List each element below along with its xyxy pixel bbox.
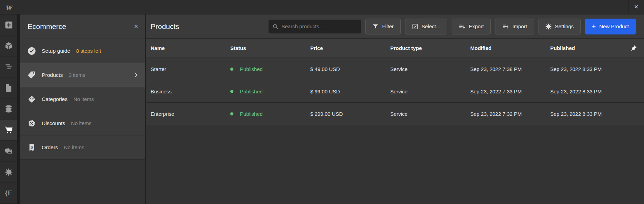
column-header-modified[interactable]: Modified bbox=[470, 45, 550, 51]
table-row[interactable]: Starter Published $ 49.00 USD Service Se… bbox=[146, 58, 644, 80]
panel-item-meta: No items bbox=[64, 144, 84, 150]
cell-price: $ 49.00 USD bbox=[310, 66, 390, 72]
ecommerce-panel: Ecommerce × Setup guide 8 steps left Pro… bbox=[20, 14, 146, 204]
cell-product-type: Service bbox=[390, 66, 470, 72]
panel-item-label: Categories bbox=[42, 96, 68, 102]
check-circle-icon bbox=[28, 47, 36, 55]
search-input[interactable] bbox=[281, 23, 357, 29]
status-dot-icon bbox=[230, 90, 233, 93]
column-header-price[interactable]: Price bbox=[310, 45, 390, 51]
ecommerce-panel-header: Ecommerce × bbox=[20, 14, 145, 39]
cell-name: Business bbox=[151, 89, 230, 94]
panel-item-discounts[interactable]: Discounts No items bbox=[20, 111, 145, 135]
button-label: Select... bbox=[422, 23, 440, 29]
table-row[interactable]: Enterprise Published $ 299.00 USD Servic… bbox=[146, 103, 644, 125]
button-label: Import bbox=[512, 23, 527, 29]
panel-item-categories[interactable]: Categories No items bbox=[20, 87, 145, 111]
panel-item-label: Discounts bbox=[42, 120, 65, 126]
sidebar-item-brace-f[interactable]: {F bbox=[0, 183, 17, 204]
navigator-lines-icon bbox=[4, 63, 13, 71]
panel-item-label: Orders bbox=[42, 144, 58, 151]
new-product-button[interactable]: + New Product bbox=[585, 19, 636, 34]
filter-button[interactable]: Filter bbox=[365, 19, 400, 34]
table-header-row: Name Status Price Product type Modified … bbox=[146, 39, 644, 58]
receipt-dollar-icon: $ bbox=[28, 143, 36, 152]
status-label: Published bbox=[240, 89, 263, 94]
close-window-button[interactable]: × bbox=[628, 0, 644, 14]
settings-button[interactable]: Settings bbox=[539, 19, 581, 34]
search-box bbox=[269, 20, 361, 33]
panel-item-label: Setup guide bbox=[42, 48, 70, 54]
products-toolbar: Products Filter Select... Export bbox=[146, 14, 644, 39]
search-icon bbox=[272, 23, 279, 30]
sidebar-item-cms[interactable] bbox=[0, 99, 17, 120]
products-main-area: Products Filter Select... Export bbox=[146, 14, 644, 204]
column-header-name[interactable]: Name bbox=[151, 45, 230, 51]
export-button[interactable]: Export bbox=[452, 19, 491, 34]
cell-published: Sep 23, 2022 8:33 PM bbox=[550, 89, 623, 94]
sidebar-item-navigator[interactable] bbox=[0, 57, 17, 78]
cell-product-type: Service bbox=[390, 111, 470, 117]
chevron-right-icon bbox=[133, 72, 139, 78]
page-title: Products bbox=[151, 22, 179, 31]
top-bar: w × bbox=[0, 0, 644, 14]
column-header-published[interactable]: Published bbox=[550, 45, 623, 51]
import-icon bbox=[502, 23, 509, 30]
panel-title: Ecommerce bbox=[28, 22, 66, 31]
button-label: Export bbox=[469, 23, 484, 29]
sidebar-item-add[interactable] bbox=[0, 14, 17, 35]
panel-item-orders[interactable]: $ Orders No items bbox=[20, 135, 145, 160]
tag-icon bbox=[28, 71, 36, 79]
column-header-status[interactable]: Status bbox=[230, 45, 310, 51]
cell-modified: Sep 23, 2022 7:33 PM bbox=[470, 89, 550, 94]
gem-box-icon bbox=[28, 95, 36, 103]
status-dot-icon bbox=[230, 112, 233, 115]
cell-status: Published bbox=[230, 66, 310, 72]
sidebar-item-settings[interactable] bbox=[0, 162, 17, 183]
sidebar-item-components[interactable] bbox=[0, 35, 17, 57]
table-row[interactable]: Business Published $ 99.00 USD Service S… bbox=[146, 80, 644, 103]
checkbox-icon bbox=[412, 23, 418, 30]
select-button[interactable]: Select... bbox=[405, 19, 447, 34]
cell-product-type: Service bbox=[390, 89, 470, 94]
button-label: New Product bbox=[599, 23, 629, 29]
cart-icon bbox=[4, 126, 13, 134]
button-label: Filter bbox=[382, 23, 393, 29]
cell-name: Starter bbox=[151, 66, 230, 72]
sidebar-item-ecommerce[interactable] bbox=[0, 120, 17, 141]
panel-item-setup-guide[interactable]: Setup guide 8 steps left bbox=[20, 39, 145, 63]
database-icon bbox=[4, 105, 13, 113]
funnel-icon bbox=[372, 23, 379, 30]
cell-modified: Sep 23, 2022 7:32 PM bbox=[470, 111, 550, 117]
plus-icon: + bbox=[592, 23, 596, 29]
sidebar-item-pages[interactable] bbox=[0, 78, 17, 99]
sidebar-item-assets[interactable] bbox=[0, 141, 17, 162]
column-header-product-type[interactable]: Product type bbox=[390, 45, 470, 51]
panel-item-meta: No items bbox=[73, 96, 94, 102]
cell-status: Published bbox=[230, 89, 310, 94]
panel-close-icon[interactable]: × bbox=[134, 23, 138, 30]
gear-icon bbox=[5, 168, 13, 176]
panel-item-products[interactable]: Products 3 items bbox=[20, 63, 145, 87]
pin-icon[interactable] bbox=[623, 45, 644, 52]
import-button[interactable]: Import bbox=[495, 19, 534, 34]
status-dot-icon bbox=[230, 68, 233, 71]
discount-badge-icon bbox=[28, 119, 36, 127]
images-icon bbox=[4, 147, 13, 155]
cell-published: Sep 23, 2022 8:33 PM bbox=[550, 111, 623, 117]
cell-published: Sep 23, 2022 8:33 PM bbox=[550, 66, 623, 72]
panel-item-meta: 3 items bbox=[69, 72, 85, 78]
webflow-logo-icon[interactable]: w bbox=[0, 0, 17, 14]
cell-price: $ 99.00 USD bbox=[310, 89, 390, 94]
left-toolbar: {F bbox=[0, 14, 17, 204]
cell-name: Enterprise bbox=[151, 111, 230, 117]
svg-text:$: $ bbox=[31, 145, 33, 149]
panel-item-label: Products bbox=[42, 72, 63, 78]
rail-panel-divider bbox=[17, 14, 20, 204]
plus-square-icon bbox=[5, 21, 13, 29]
cube-icon bbox=[4, 42, 13, 50]
gear-icon bbox=[545, 23, 552, 30]
cell-price: $ 299.00 USD bbox=[310, 111, 390, 117]
panel-item-meta: No items bbox=[71, 120, 91, 126]
status-label: Published bbox=[240, 66, 263, 72]
